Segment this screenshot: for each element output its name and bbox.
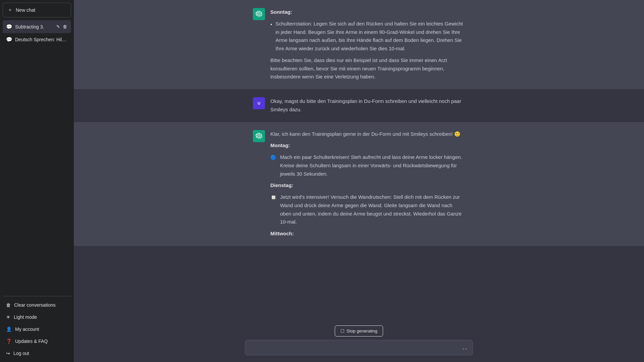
stop-btn-wrapper: ☐ Stop generating — [335, 325, 383, 337]
avatar-msg-2: U — [253, 97, 265, 109]
stop-generating-button[interactable]: ☐ Stop generating — [335, 325, 383, 337]
message-content-msg-1: Sonntag:•Schulterrotation: Legen Sie sic… — [270, 8, 465, 81]
conversation-list: 💬 Subtracting 3. ✎ 🗑 💬 Deutsch Sprechen:… — [3, 20, 71, 296]
clear-conversations-label: Clear conversations — [14, 302, 56, 308]
list-item: •Schulterrotation: Legen Sie sich auf de… — [270, 20, 465, 53]
sidebar-updates-faq[interactable]: ❓ Updates & FAQ — [3, 335, 71, 347]
chat-icon: 💬 — [6, 37, 12, 43]
plus-icon: ＋ — [8, 7, 12, 13]
sidebar: ＋ New chat 💬 Subtracting 3. ✎ 🗑 💬 Deutsc… — [0, 0, 74, 362]
section-header: Dienstag: — [270, 181, 465, 190]
main-panel: Sonntag:•Schulterrotation: Legen Sie sic… — [74, 0, 644, 362]
message-msg-2: UOkay, magst du bitte den Trainingsplan … — [74, 89, 644, 122]
my-account-label: My account — [15, 326, 39, 332]
bullet-emoji: 🔵 — [270, 154, 277, 162]
light-mode-icon: ☀ — [6, 314, 10, 320]
paragraph: Klar, ich kann den Trainingsplan gerne i… — [270, 130, 465, 138]
new-chat-button[interactable]: ＋ New chat — [3, 3, 71, 17]
light-mode-label: Light mode — [14, 314, 37, 320]
delete-chat-button[interactable]: 🗑 — [62, 23, 68, 30]
chat-item-label: Subtracting 3. — [15, 24, 53, 29]
sidebar-item-subtracting-3[interactable]: 💬 Subtracting 3. ✎ 🗑 — [3, 20, 71, 33]
clear-conversations-icon: 🗑 — [6, 302, 11, 308]
input-area: ☐ Stop generating .. — [74, 321, 644, 362]
stop-icon: ☐ — [340, 328, 344, 334]
section-header: Montag: — [270, 141, 465, 150]
updates-faq-label: Updates & FAQ — [15, 339, 48, 344]
message-msg-3: Klar, ich kann den Trainingsplan gerne i… — [74, 122, 644, 246]
paragraph: Bitte beachten Sie, dass dies nur ein Be… — [270, 56, 465, 81]
avatar-msg-1 — [253, 8, 265, 20]
input-dots: .. — [463, 344, 468, 352]
new-chat-label: New chat — [16, 7, 35, 13]
bullet-emoji: 🔲 — [270, 193, 277, 202]
chat-item-label: Deutsch Sprechen: Hilfe Ange... — [15, 37, 68, 42]
bullet-dot: • — [270, 20, 272, 29]
paragraph: Okay, magst du bitte den Trainingsplan i… — [270, 97, 465, 114]
input-wrapper: .. — [245, 340, 473, 355]
section-header: Sonntag: — [270, 8, 465, 16]
message-content-msg-2: Okay, magst du bitte den Trainingsplan i… — [270, 97, 465, 114]
edit-chat-button[interactable]: ✎ — [56, 23, 61, 30]
sidebar-bottom: 🗑 Clear conversations ☀ Light mode 👤 My … — [3, 296, 71, 359]
message-content-msg-3: Klar, ich kann den Trainingsplan gerne i… — [270, 130, 465, 238]
message-msg-1: Sonntag:•Schulterrotation: Legen Sie sic… — [74, 0, 644, 89]
sidebar-clear-conversations[interactable]: 🗑 Clear conversations — [3, 299, 71, 311]
chat-input[interactable] — [250, 344, 463, 352]
my-account-icon: 👤 — [6, 326, 12, 332]
bullet-text: Mach ein paar Schulterkreisen! Steh aufr… — [280, 153, 465, 178]
log-out-label: Log out — [13, 351, 29, 356]
list-item: 🔵Mach ein paar Schulterkreisen! Steh auf… — [270, 153, 465, 178]
sidebar-item-deutsch-sprechen[interactable]: 💬 Deutsch Sprechen: Hilfe Ange... — [3, 33, 71, 46]
avatar-msg-3 — [253, 130, 265, 142]
sidebar-log-out[interactable]: ↪ Log out — [3, 347, 71, 359]
updates-faq-icon: ❓ — [6, 339, 12, 344]
log-out-icon: ↪ — [6, 351, 10, 356]
chat-icon: 💬 — [6, 24, 12, 30]
sidebar-my-account[interactable]: 👤 My account — [3, 323, 71, 335]
stop-generating-label: Stop generating — [346, 328, 377, 334]
bullet-text: Schulterrotation: Legen Sie sich auf den… — [275, 20, 465, 53]
list-item: 🔲Jetzt wird's intensiver! Versuch die Wa… — [270, 193, 465, 226]
section-header: Mittwoch: — [270, 230, 465, 238]
sidebar-light-mode[interactable]: ☀ Light mode — [3, 311, 71, 323]
bullet-text: Jetzt wird's intensiver! Versuch die Wan… — [280, 193, 465, 226]
chat-area: Sonntag:•Schulterrotation: Legen Sie sic… — [74, 0, 644, 321]
